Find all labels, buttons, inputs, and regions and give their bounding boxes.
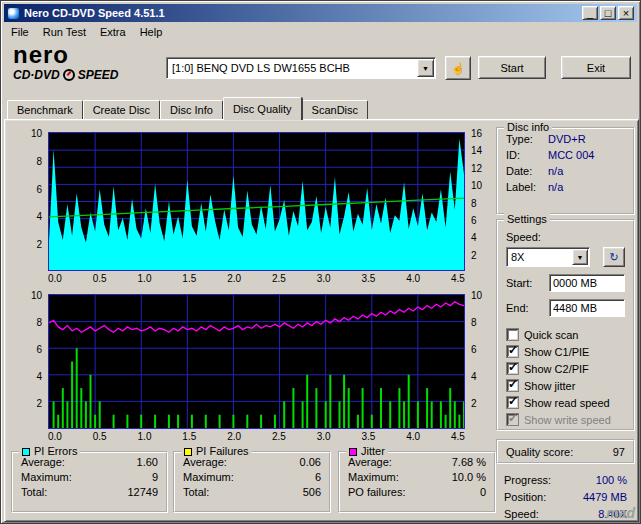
checkbox-box: ✓ — [506, 413, 519, 426]
minimize-button[interactable]: _ — [582, 6, 598, 20]
jitter-stats-caption: Jitter — [346, 445, 388, 458]
checkbox-show-write-speed[interactable]: ✓ Show write speed — [506, 411, 625, 428]
axis-tick: 1.0 — [138, 431, 152, 443]
check-icon: ✓ — [508, 360, 518, 374]
checkbox-quick-scan[interactable]: ✓ Quick scan — [506, 326, 625, 343]
chevron-down-icon[interactable]: ▼ — [572, 249, 588, 265]
menu-run-test[interactable]: Run Test — [36, 24, 93, 40]
pi-errors-chart — [48, 132, 465, 271]
stat-value: 12749 — [127, 486, 158, 498]
tab-benchmark[interactable]: Benchmark — [7, 100, 83, 119]
progress-label: Position: — [504, 491, 546, 503]
checkbox-show-c2-pif[interactable]: ✓ Show C2/PIF — [506, 360, 625, 377]
disc-info-row: Label:n/a — [498, 181, 633, 193]
axis-tick: 10 — [31, 128, 42, 139]
stat-row: Maximum:6 — [175, 471, 329, 483]
start-button[interactable]: Start — [478, 56, 546, 79]
watermark: mad — [606, 505, 635, 521]
stat-label: Total: — [183, 486, 209, 498]
close-button[interactable]: × — [618, 6, 634, 20]
content-panel: 108642 161412108642 0.00.51.01.52.02.53.… — [4, 119, 639, 522]
start-position-field[interactable] — [549, 274, 625, 292]
checkbox-show-read-speed[interactable]: ✓ Show read speed — [506, 394, 625, 411]
axis-tick: 4.5 — [451, 431, 465, 443]
refresh-icon: ↻ — [609, 251, 618, 263]
chevron-down-icon[interactable]: ▼ — [417, 59, 434, 77]
menu-help[interactable]: Help — [133, 24, 170, 40]
speed-label: Speed: — [506, 231, 625, 243]
jitter-x-axis: 0.00.51.01.52.02.53.03.54.04.5 — [48, 431, 465, 443]
eject-hand-button[interactable]: ☝ — [445, 56, 471, 80]
refresh-speed-button[interactable]: ↻ — [603, 247, 625, 267]
axis-tick: 6 — [471, 344, 477, 355]
checkbox-box: ✓ — [506, 345, 519, 358]
axis-tick: 16 — [471, 128, 482, 139]
stat-label: Total: — [21, 486, 47, 498]
checkbox-label: Quick scan — [524, 329, 578, 341]
settings-box: Settings Speed: 8X ▼ ↻ Start: End: ✓ — [496, 219, 635, 431]
tab-disc-info[interactable]: Disc Info — [160, 100, 223, 119]
jitter-stats-box: Jitter Average:7.68 % Maximum:10.0 % PO … — [338, 451, 496, 513]
exit-button[interactable]: Exit — [561, 56, 631, 79]
axis-tick: 4.5 — [451, 273, 465, 285]
disc-info-row: Date:n/a — [498, 165, 633, 177]
checkbox-show-c1-pie[interactable]: ✓ Show C1/PIE — [506, 343, 625, 360]
axis-tick: 8 — [36, 156, 42, 167]
speed-select-value: 8X — [511, 251, 572, 263]
disc-info-row: Type:DVD+R — [498, 133, 633, 145]
start-field-label: Start: — [506, 277, 549, 289]
maximize-button[interactable]: □ — [600, 6, 616, 20]
jitter-chart — [48, 294, 465, 429]
end-position-field[interactable] — [549, 299, 625, 317]
checkbox-box: ✓ — [506, 328, 519, 341]
checkbox-show-jitter[interactable]: ✓ Show jitter — [506, 377, 625, 394]
axis-tick: 2.5 — [272, 431, 286, 443]
axis-tick: 10 — [471, 290, 482, 301]
title-bar: Nero CD-DVD Speed 4.51.1 _ □ × — [4, 4, 637, 22]
axis-tick: 8 — [471, 317, 477, 328]
axis-tick: 3.0 — [317, 273, 331, 285]
tab-create-disc[interactable]: Create Disc — [83, 100, 160, 119]
axis-tick: 4 — [36, 211, 42, 222]
quality-score-box: Quality score: 97 — [496, 439, 635, 464]
stat-value: 1.60 — [137, 456, 158, 468]
pi-failures-stats-caption: PI Failures — [181, 445, 252, 458]
axis-tick: 1.5 — [182, 273, 196, 285]
axis-tick: 4.0 — [406, 431, 420, 443]
menu-file[interactable]: File — [4, 24, 36, 40]
pi-errors-swatch — [22, 448, 30, 456]
stat-value: 9 — [152, 471, 158, 483]
progress-label: Speed: — [504, 508, 539, 520]
drive-select[interactable]: [1:0] BENQ DVD LS DW1655 BCHB ▼ — [166, 57, 436, 79]
pi-failures-swatch — [184, 448, 192, 456]
stat-row: Maximum:10.0 % — [340, 471, 494, 483]
axis-tick: 1.0 — [138, 273, 152, 285]
axis-tick: 4 — [36, 371, 42, 382]
tab-scandisc[interactable]: ScanDisc — [302, 100, 368, 119]
progress-label: Progress: — [504, 474, 551, 486]
tab-disc-quality[interactable]: Disc Quality — [223, 97, 302, 120]
tab-label: Disc Info — [170, 104, 213, 116]
axis-tick: 2 — [36, 239, 42, 250]
speedometer-icon — [63, 69, 75, 81]
axis-tick: 0.0 — [48, 431, 62, 443]
quality-score-label: Quality score: — [506, 446, 573, 458]
progress-value: 4479 MB — [583, 491, 627, 503]
check-icon: ✓ — [508, 411, 518, 425]
info-label: Label: — [506, 181, 548, 193]
checkbox-box: ✓ — [506, 379, 519, 392]
tab-label: Benchmark — [17, 104, 73, 116]
progress-row: Progress:100 % — [496, 471, 635, 488]
jitter-right-axis: 108642 — [468, 294, 490, 429]
stat-value: 6 — [315, 471, 321, 483]
axis-tick: 6 — [36, 344, 42, 355]
menu-extra[interactable]: Extra — [93, 24, 133, 40]
speed-select[interactable]: 8X ▼ — [506, 247, 590, 267]
pi-errors-stats-box: PI Errors Average:1.60 Maximum:9 Total:1… — [11, 451, 168, 513]
info-label: ID: — [506, 149, 548, 161]
axis-tick: 0.0 — [48, 273, 62, 285]
hand-icon: ☝ — [451, 62, 465, 74]
pi-errors-chart-canvas — [49, 133, 464, 270]
stat-label: PO failures: — [348, 486, 405, 498]
axis-tick: 2 — [471, 250, 477, 261]
